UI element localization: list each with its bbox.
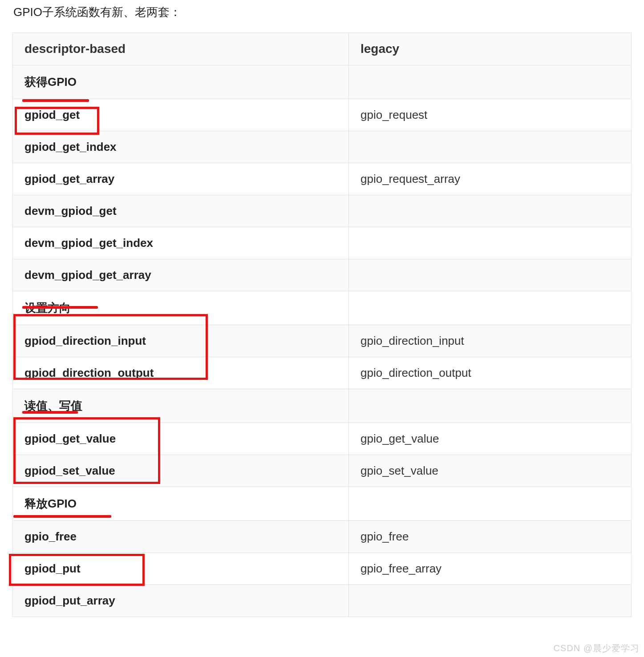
table-row: gpiod_putgpio_free_array [13,553,632,585]
cell-descriptor: gpio_free [13,521,349,553]
cell-descriptor: devm_gpiod_get_index [13,227,349,259]
table-row: gpiod_put_array [13,585,632,617]
table-row: gpiod_get_valuegpio_get_value [13,423,632,455]
cell-descriptor: 获得GPIO [13,65,349,99]
cell-legacy: gpio_direction_input [349,325,632,357]
cell-descriptor: gpiod_direction_input [13,325,349,357]
cell-descriptor: 读值、写值 [13,389,349,423]
cell-legacy [349,65,632,99]
cell-legacy [349,259,632,291]
cell-legacy [349,585,632,617]
cell-descriptor: gpiod_set_value [13,455,349,487]
table-row: gpiod_direction_outputgpio_direction_out… [13,357,632,389]
cell-descriptor: 释放GPIO [13,487,349,521]
cell-legacy: gpio_direction_output [349,357,632,389]
cell-legacy: gpio_request [349,99,632,131]
cell-descriptor: gpiod_get [13,99,349,131]
cell-descriptor: gpiod_get_index [13,131,349,163]
api-table: descriptor-based legacy 获得GPIOgpiod_getg… [12,32,632,617]
table-row: 设置方向 [13,291,632,325]
table-row: 读值、写值 [13,389,632,423]
header-right: legacy [349,33,632,65]
cell-legacy [349,227,632,259]
table-row: devm_gpiod_get_index [13,227,632,259]
cell-legacy [349,389,632,423]
cell-legacy: gpio_free_array [349,553,632,585]
table-row: gpiod_set_valuegpio_set_value [13,455,632,487]
cell-descriptor: gpiod_direction_output [13,357,349,389]
header-row: descriptor-based legacy [13,33,632,65]
table-row: gpio_freegpio_free [13,521,632,553]
cell-legacy: gpio_get_value [349,423,632,455]
cell-descriptor: gpiod_get_array [13,163,349,195]
watermark: CSDN @晨少爱学习 [553,642,640,654]
cell-legacy: gpio_request_array [349,163,632,195]
cell-legacy [349,131,632,163]
table-row: gpiod_getgpio_request [13,99,632,131]
table-row: devm_gpiod_get_array [13,259,632,291]
cell-legacy [349,195,632,227]
cell-descriptor: 设置方向 [13,291,349,325]
table-row: gpiod_get_arraygpio_request_array [13,163,632,195]
cell-legacy: gpio_free [349,521,632,553]
header-left: descriptor-based [13,33,349,65]
cell-descriptor: gpiod_get_value [13,423,349,455]
table-row: gpiod_get_index [13,131,632,163]
table-row: gpiod_direction_inputgpio_direction_inpu… [13,325,632,357]
table-row: devm_gpiod_get [13,195,632,227]
table-row: 释放GPIO [13,487,632,521]
cell-legacy [349,487,632,521]
cell-descriptor: gpiod_put_array [13,585,349,617]
cell-descriptor: devm_gpiod_get_array [13,259,349,291]
cell-legacy: gpio_set_value [349,455,632,487]
intro-text: GPIO子系统函数有新、老两套： [13,4,632,20]
cell-legacy [349,291,632,325]
table-row: 获得GPIO [13,65,632,99]
cell-descriptor: gpiod_put [13,553,349,585]
cell-descriptor: devm_gpiod_get [13,195,349,227]
